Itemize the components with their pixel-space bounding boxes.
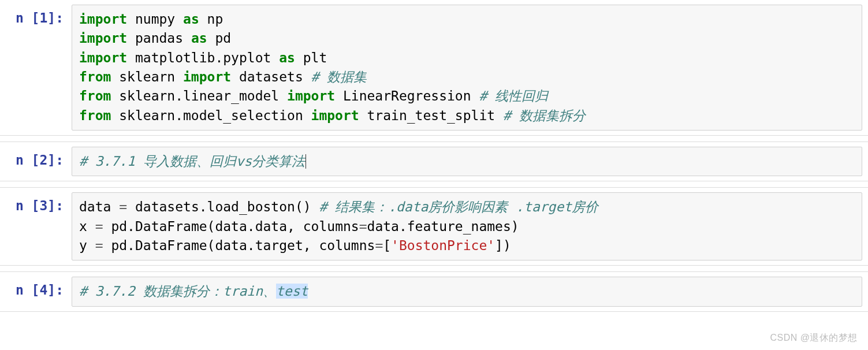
code-line[interactable]: from sklearn import datasets # 数据集: [79, 68, 855, 87]
code-token: sklearn.linear_model: [111, 88, 287, 103]
code-cell[interactable]: n [2]:# 3.7.1 导入数据、回归vs分类算法: [0, 142, 868, 181]
code-token: pd: [207, 31, 232, 46]
code-line[interactable]: import numpy as np: [79, 10, 855, 29]
code-token: data: [79, 199, 119, 214]
code-token: np: [199, 12, 223, 27]
code-line[interactable]: # 3.7.2 数据集拆分：train、test: [79, 282, 855, 301]
code-cell[interactable]: n [3]:data = datasets.load_boston() # 结果…: [0, 187, 868, 266]
code-token: 'BostonPrice': [391, 238, 495, 253]
code-line[interactable]: data = datasets.load_boston() # 结果集：.dat…: [79, 198, 855, 217]
code-line[interactable]: from sklearn.model_selection import trai…: [79, 106, 855, 125]
code-token: datasets.load_boston(): [127, 199, 319, 214]
code-token: import: [311, 108, 359, 123]
code-token: x: [79, 219, 95, 234]
code-token: import: [183, 69, 231, 84]
cell-prompt: n [3]:: [0, 192, 72, 260]
code-token: =: [375, 238, 383, 253]
code-token: matplotlib.pyplot: [127, 50, 279, 65]
code-token: # 数据集: [311, 69, 367, 84]
cell-prompt: n [4]:: [0, 277, 72, 306]
code-token: pandas: [127, 31, 191, 46]
code-token: sklearn.model_selection: [111, 108, 311, 123]
code-token: =: [95, 238, 103, 253]
code-token: # 3.7.1 导入数据、回归vs分类算法: [79, 154, 305, 169]
code-input-area[interactable]: import numpy as npimport pandas as pdimp…: [72, 5, 862, 131]
code-token: # 线性回归: [479, 88, 548, 103]
code-line[interactable]: from sklearn.linear_model import LinearR…: [79, 87, 855, 106]
code-token: import: [287, 88, 335, 103]
code-token: data.feature_names): [367, 219, 519, 234]
code-line[interactable]: y = pd.DataFrame(data.target, columns=['…: [79, 236, 855, 255]
code-token: as: [183, 12, 199, 27]
code-token: LinearRegression: [335, 88, 479, 103]
code-token: from: [79, 108, 111, 123]
code-cell[interactable]: n [1]:import numpy as npimport pandas as…: [0, 0, 868, 136]
code-token: # 数据集拆分: [503, 108, 586, 123]
code-token: [: [383, 238, 391, 253]
code-input-area[interactable]: # 3.7.2 数据集拆分：train、test: [72, 277, 862, 306]
code-input-area[interactable]: data = datasets.load_boston() # 结果集：.dat…: [72, 192, 862, 260]
code-token: sklearn: [111, 69, 183, 84]
code-token: import: [79, 12, 127, 27]
code-line[interactable]: import pandas as pd: [79, 29, 855, 48]
code-token: as: [191, 31, 207, 46]
code-token: ]): [495, 238, 511, 253]
code-token: numpy: [127, 12, 183, 27]
code-token: import: [79, 31, 127, 46]
cell-prompt: n [1]:: [0, 5, 72, 131]
text-cursor: [306, 154, 306, 169]
code-token: train_test_split: [359, 108, 503, 123]
code-input-area[interactable]: # 3.7.1 导入数据、回归vs分类算法: [72, 147, 862, 176]
code-token: # 3.7.2 数据集拆分：train、: [79, 284, 276, 299]
code-token: test: [276, 284, 308, 299]
code-token: pd.DataFrame(data.data, columns: [103, 219, 359, 234]
code-cell[interactable]: n [4]:# 3.7.2 数据集拆分：train、test: [0, 271, 868, 311]
code-token: as: [279, 50, 295, 65]
code-line[interactable]: # 3.7.1 导入数据、回归vs分类算法: [79, 152, 855, 171]
code-token: pd.DataFrame(data.target, columns: [103, 238, 375, 253]
code-line[interactable]: import matplotlib.pyplot as plt: [79, 49, 855, 68]
notebook-cells: n [1]:import numpy as npimport pandas as…: [0, 0, 868, 312]
code-line[interactable]: x = pd.DataFrame(data.data, columns=data…: [79, 217, 855, 236]
cell-prompt: n [2]:: [0, 147, 72, 176]
code-token: datasets: [231, 69, 311, 84]
code-token: import: [79, 50, 127, 65]
code-token: y: [79, 238, 95, 253]
code-token: =: [119, 199, 127, 214]
code-token: from: [79, 88, 111, 103]
code-token: plt: [295, 50, 327, 65]
code-token: from: [79, 69, 111, 84]
code-token: =: [95, 219, 103, 234]
code-token: # 结果集：.data房价影响因素 .target房价: [319, 199, 598, 214]
code-token: =: [359, 219, 367, 234]
